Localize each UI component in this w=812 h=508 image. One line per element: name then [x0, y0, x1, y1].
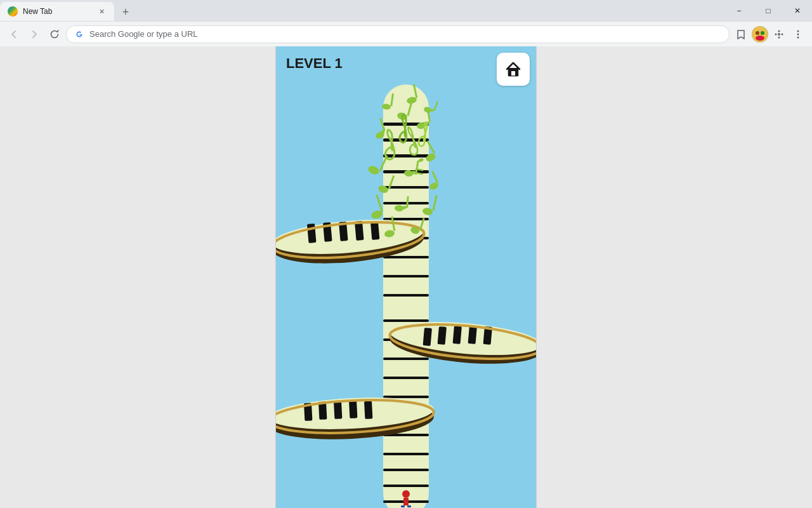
google-logo-icon — [74, 29, 84, 39]
svg-point-3 — [761, 31, 764, 35]
extensions-button[interactable] — [770, 25, 788, 43]
svg-rect-51 — [468, 326, 477, 344]
svg-rect-36 — [383, 485, 429, 487]
svg-point-7 — [778, 36, 780, 38]
main-content: LEVEL 1 — [0, 46, 812, 508]
new-tab-button[interactable]: + — [117, 3, 134, 21]
svg-rect-34 — [383, 453, 429, 455]
svg-rect-48 — [423, 328, 432, 346]
svg-rect-99 — [407, 505, 411, 507]
active-tab[interactable]: New Tab ✕ — [0, 2, 114, 21]
svg-rect-35 — [383, 469, 429, 471]
svg-rect-60 — [364, 401, 372, 419]
svg-rect-98 — [401, 505, 405, 507]
svg-rect-30 — [383, 377, 429, 379]
svg-point-8 — [775, 33, 777, 35]
game-canvas: LEVEL 1 — [276, 46, 536, 508]
back-button[interactable] — [5, 25, 23, 43]
reload-button[interactable] — [46, 25, 63, 43]
svg-rect-49 — [438, 326, 447, 345]
address-text: Search Google or type a URL — [89, 29, 721, 39]
title-bar: New Tab ✕ + − □ ✕ — [0, 0, 812, 21]
svg-point-12 — [797, 36, 799, 38]
svg-point-5 — [778, 33, 780, 36]
tabs-area: New Tab ✕ + — [0, 0, 724, 21]
level-display: LEVEL 1 — [286, 55, 343, 72]
svg-rect-59 — [349, 400, 357, 418]
close-button[interactable]: ✕ — [783, 0, 812, 21]
forward-button[interactable] — [25, 25, 43, 43]
window-controls: − □ ✕ — [724, 0, 812, 21]
svg-rect-24 — [383, 256, 429, 258]
svg-rect-26 — [383, 294, 429, 297]
svg-point-9 — [782, 33, 783, 35]
svg-rect-25 — [383, 275, 429, 277]
browser-toolbar: Search Google or type a URL — [0, 21, 812, 46]
tab-favicon — [8, 6, 18, 17]
svg-rect-97 — [403, 498, 409, 505]
svg-rect-58 — [334, 401, 342, 419]
svg-rect-21 — [383, 202, 429, 204]
svg-rect-27 — [383, 319, 429, 322]
svg-point-11 — [797, 33, 799, 35]
maximize-button[interactable]: □ — [754, 0, 783, 21]
svg-rect-44 — [370, 222, 379, 240]
user-avatar — [752, 26, 768, 43]
browser-frame: New Tab ✕ + − □ ✕ Search Google or — [0, 0, 812, 508]
bookmark-button[interactable] — [732, 25, 750, 43]
game-scene-svg — [276, 46, 536, 508]
tab-title: New Tab — [23, 7, 91, 16]
menu-button[interactable] — [789, 25, 807, 43]
minimize-button[interactable]: − — [724, 0, 754, 21]
svg-rect-50 — [453, 326, 462, 344]
svg-rect-13 — [511, 71, 515, 76]
svg-rect-29 — [383, 358, 429, 360]
svg-rect-22 — [383, 218, 429, 220]
svg-point-10 — [797, 30, 799, 32]
toolbar-right — [732, 25, 807, 43]
tab-close-button[interactable]: ✕ — [96, 6, 107, 17]
svg-rect-31 — [383, 396, 429, 398]
game-container[interactable]: LEVEL 1 — [275, 46, 537, 508]
svg-point-2 — [756, 31, 759, 35]
svg-point-6 — [778, 30, 780, 32]
home-icon — [504, 60, 523, 79]
svg-point-4 — [756, 36, 764, 41]
profile-avatar[interactable] — [751, 25, 769, 43]
svg-point-96 — [402, 490, 410, 498]
svg-point-0 — [74, 29, 84, 39]
svg-rect-18 — [383, 154, 429, 157]
home-button[interactable] — [497, 53, 530, 86]
address-bar[interactable]: Search Google or type a URL — [66, 25, 730, 43]
